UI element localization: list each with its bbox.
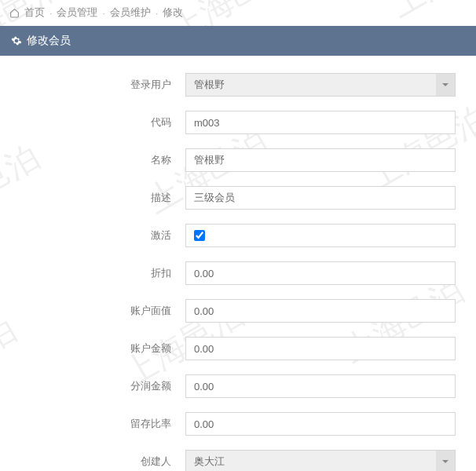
label-active: 激活	[13, 228, 185, 243]
desc-input[interactable]	[185, 186, 456, 210]
breadcrumb-l1[interactable]: 会员管理	[57, 6, 97, 20]
login-user-select[interactable]: 管根野	[185, 73, 456, 97]
chevron-down-icon	[436, 451, 455, 471]
login-user-value: 管根野	[194, 74, 225, 96]
chevron-down-icon	[436, 74, 455, 96]
label-code: 代码	[13, 115, 185, 130]
breadcrumb-sep: ·	[49, 8, 52, 19]
discount-input[interactable]	[185, 261, 456, 285]
label-face-value: 账户面值	[13, 304, 185, 318]
label-creator: 创建人	[13, 455, 185, 469]
breadcrumb-home[interactable]: 首页	[24, 6, 45, 20]
panel-header: 修改会员	[0, 26, 476, 56]
active-checkbox[interactable]	[194, 230, 205, 241]
balance-input[interactable]	[185, 337, 456, 360]
creator-select[interactable]: 奥大江	[185, 450, 456, 471]
breadcrumb-sep: ·	[102, 8, 104, 19]
face-value-input[interactable]	[185, 299, 456, 323]
creator-value: 奥大江	[194, 451, 225, 471]
label-profit: 分润金额	[13, 379, 185, 393]
breadcrumb-sep: ·	[156, 8, 158, 19]
retain-input[interactable]	[185, 412, 456, 436]
label-discount: 折扣	[13, 266, 185, 280]
profit-input[interactable]	[185, 374, 456, 398]
label-desc: 描述	[13, 191, 185, 205]
label-login-user: 登录用户	[13, 78, 185, 92]
gear-icon	[11, 35, 22, 46]
breadcrumb: 首页 · 会员管理 · 会员维护 · 修改	[0, 0, 476, 26]
panel-title: 修改会员	[27, 34, 71, 48]
form: 登录用户 管根野 代码 名称 描述 激活 折扣	[0, 56, 476, 471]
label-retain: 留存比率	[13, 417, 185, 431]
home-icon	[9, 8, 20, 18]
name-input[interactable]	[185, 148, 456, 172]
code-input[interactable]	[185, 111, 456, 134]
label-name: 名称	[13, 153, 185, 167]
breadcrumb-l2[interactable]: 会员维护	[110, 6, 151, 20]
breadcrumb-current: 修改	[163, 6, 183, 20]
label-balance: 账户金额	[13, 341, 185, 356]
